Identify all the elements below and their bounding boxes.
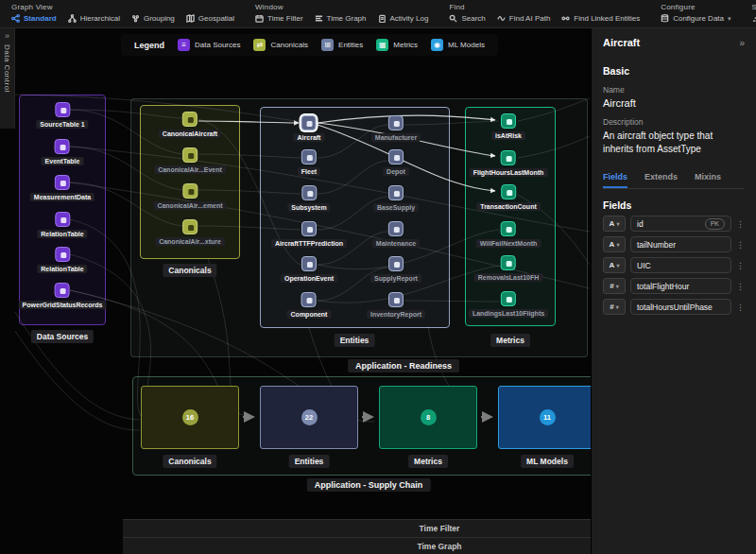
field-menu-icon[interactable]: ⋮	[736, 303, 745, 312]
field-menu-icon[interactable]: ⋮	[736, 282, 745, 291]
data-control-tab[interactable]: » Data Control	[0, 28, 15, 129]
grouping-layout-button[interactable]: Grouping	[131, 14, 175, 23]
graph-node[interactable]: BaseSupply	[373, 185, 419, 212]
find-linked-entities-button[interactable]: Find Linked Entities	[561, 14, 640, 23]
field-menu-icon[interactable]: ⋮	[736, 219, 745, 229]
entity-node-icon	[388, 221, 404, 236]
graph-node[interactable]: CanonicalAir...xture	[155, 219, 225, 246]
graph-node[interactable]: Manufacturer	[371, 115, 421, 142]
collapsed-entities-group[interactable]: 22	[260, 386, 358, 449]
graph-node[interactable]: RemovalsLast10FH	[474, 255, 543, 282]
field-name-input[interactable]: id PK	[630, 216, 731, 232]
collapse-panel-icon[interactable]: »	[739, 38, 745, 48]
data-sources-icon: ≡	[178, 39, 190, 51]
field-type-dropdown[interactable]: A ▾	[603, 257, 626, 273]
chevron-down-icon: ▾	[616, 220, 619, 227]
field-type-dropdown[interactable]: # ▾	[603, 299, 626, 315]
graph-node[interactable]: Subsystem	[287, 185, 330, 212]
field-name-input[interactable]: totalFlightHour	[630, 278, 731, 294]
legend-item-metrics[interactable]: ▦ Metrics	[376, 39, 418, 51]
field-name-input[interactable]: totalHoursUntilPhase	[630, 299, 731, 315]
toolbar-section-share: Share Export ▾	[748, 0, 756, 27]
entity-node-icon	[388, 256, 404, 271]
legend-item-ml-models[interactable]: ◉ ML Models	[431, 39, 485, 51]
collapsed-metrics-group[interactable]: 8	[379, 386, 477, 449]
legend-item-canonicals[interactable]: ⇄ Canonicals	[253, 39, 308, 51]
tab-fields[interactable]: Fields	[603, 168, 627, 188]
graph-node[interactable]: EventTable	[42, 139, 84, 165]
graph-node[interactable]: Maintenance	[372, 221, 420, 248]
graph-node[interactable]: Fleet	[298, 149, 320, 176]
export-button[interactable]: Export ▾	[752, 14, 756, 23]
search-button[interactable]: Search	[449, 14, 485, 23]
metrics-count-badge: 8	[421, 409, 437, 425]
graph-node[interactable]: CanonicalAir...ement	[153, 183, 226, 210]
clipboard-icon	[378, 14, 387, 23]
grouping-layout-icon	[131, 14, 140, 23]
field-type-dropdown[interactable]: A ▾	[603, 216, 626, 232]
metrics-icon: ▦	[376, 39, 388, 51]
collapsed-ml-models-group[interactable]: 11	[498, 386, 596, 449]
graph-node[interactable]: Depot	[383, 149, 409, 176]
entity-node-icon	[301, 185, 317, 200]
legend-item-data-sources[interactable]: ≡ Data Sources	[178, 39, 240, 51]
hierarchical-layout-button[interactable]: Hierarchical	[68, 14, 120, 23]
entity-node-icon	[301, 292, 317, 307]
graph-node[interactable]: SupplyReport	[370, 256, 421, 283]
field-name-input[interactable]: tailNumber	[630, 236, 731, 252]
graph-node[interactable]: CanonicalAir...Event	[154, 147, 226, 174]
time-graph-button[interactable]: Time Graph	[315, 14, 367, 23]
graph-node[interactable]: isAtRisk	[491, 113, 525, 140]
time-filter-button[interactable]: Time Filter	[255, 14, 302, 23]
graph-node[interactable]: WillFailNextMonth	[476, 221, 541, 248]
toolbar-section-configure: Configure Configure Data ▾	[657, 0, 740, 27]
sc-metrics-label: Metrics	[408, 455, 448, 468]
graph-node[interactable]: FlightHoursLastMonth	[470, 150, 548, 177]
search-icon	[449, 14, 457, 23]
basic-section-header: Basic	[603, 65, 745, 77]
graph-node[interactable]: OperationEvent	[281, 256, 337, 283]
menu-title-find: Find	[449, 3, 640, 11]
data-source-node-icon	[55, 139, 70, 154]
field-name-input[interactable]: UIC	[630, 257, 731, 273]
graph-node[interactable]: RelationTable	[37, 212, 87, 238]
graph-node[interactable]: Component	[287, 292, 332, 319]
graph-node[interactable]: InventoryReport	[367, 292, 425, 319]
field-menu-icon[interactable]: ⋮	[736, 261, 745, 270]
name-label: Name	[603, 85, 745, 95]
graph-node[interactable]: RelationTable	[37, 247, 87, 273]
graph-node[interactable]: PowerGridStatusRecords	[19, 283, 107, 309]
description-value[interactable]: An aircraft object type that inherits fr…	[603, 130, 745, 155]
field-type-dropdown[interactable]: # ▾	[603, 278, 626, 294]
field-row: # ▾ totalFlightHour ⋮	[603, 278, 745, 294]
field-type-dropdown[interactable]: A ▾	[603, 236, 626, 252]
graph-node[interactable]: CanonicalAircraft	[159, 112, 221, 138]
data-sources-group-label: Data Sources	[31, 330, 94, 343]
graph-node[interactable]: TransactionCount	[476, 184, 541, 211]
standard-layout-button[interactable]: Standard	[11, 14, 57, 23]
field-menu-icon[interactable]: ⋮	[736, 240, 745, 250]
legend-item-entities[interactable]: ⊞ Entities	[321, 39, 363, 51]
metric-node-icon	[501, 221, 516, 236]
geospatial-layout-button[interactable]: Geospatial	[186, 14, 234, 23]
tab-extends[interactable]: Extends	[644, 168, 678, 188]
activity-log-button[interactable]: Activity Log	[378, 14, 429, 23]
find-ai-path-button[interactable]: Find AI Path	[497, 14, 551, 23]
graph-node-selected[interactable]: Aircraft	[294, 115, 325, 142]
graph-node[interactable]: LandingsLast10Flights	[469, 291, 548, 318]
inspector-title: Aircraft	[603, 37, 640, 48]
tab-mixins[interactable]: Mixins	[695, 168, 721, 188]
collapsed-canonicals-group[interactable]: 16	[141, 386, 239, 449]
metric-node-icon	[501, 291, 516, 306]
graph-node[interactable]: AircraftTTFPrediction	[271, 221, 347, 248]
entity-node-icon	[301, 256, 317, 271]
name-value[interactable]: Aircraft	[603, 97, 745, 109]
field-row: A ▾ tailNumber ⋮	[603, 236, 745, 252]
entity-node-icon	[388, 292, 404, 307]
entities-group-label: Entities	[335, 334, 375, 347]
graph-node[interactable]: SourceTable 1	[36, 102, 88, 129]
configure-data-button[interactable]: Configure Data ▾	[661, 14, 730, 23]
sc-entities-label: Entities	[289, 455, 330, 468]
graph-node[interactable]: MeasurementData	[30, 175, 94, 201]
wave-path-icon	[497, 14, 506, 23]
